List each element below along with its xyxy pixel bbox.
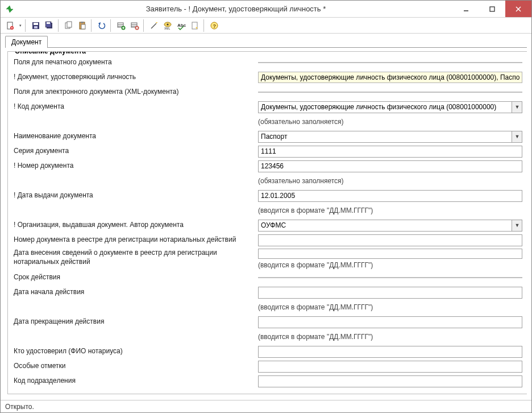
- window-buttons: [453, 1, 531, 17]
- svg-rect-17: [81, 22, 84, 23]
- maximize-button[interactable]: [479, 1, 505, 17]
- separator: [258, 92, 522, 93]
- hint-date-format: (вводится в формате "ДД.ММ.ГГГГ"): [258, 261, 522, 269]
- label-doc-code: ! Код документа: [14, 102, 258, 111]
- svg-marker-0: [6, 6, 13, 13]
- note-button[interactable]: [189, 19, 201, 32]
- notary-input[interactable]: [258, 346, 522, 358]
- status-text: Открыто.: [5, 403, 34, 411]
- save-all-button[interactable]: [43, 19, 56, 32]
- svg-rect-7: [11, 27, 13, 28]
- svg-text:Abc: Abc: [177, 23, 186, 28]
- new-button[interactable]: [4, 19, 16, 32]
- svg-line-32: [151, 23, 156, 28]
- save-button[interactable]: [30, 19, 42, 32]
- dept-code-input[interactable]: [258, 375, 522, 387]
- tab-document[interactable]: Документ: [5, 36, 48, 48]
- label-validity: Срок действия: [14, 273, 258, 282]
- label-date-end: Дата прекращения действия: [14, 317, 258, 327]
- series-input[interactable]: [258, 146, 522, 158]
- svg-point-35: [167, 23, 169, 25]
- doc-code-combo[interactable]: Документы, удостоверяющие личность физич…: [258, 101, 522, 113]
- doc-name-combo[interactable]: Паспорт ▼: [258, 131, 522, 143]
- date-start-input[interactable]: [258, 287, 522, 299]
- issuer-value: ОУФМС: [261, 221, 512, 229]
- doc-name-value: Паспорт: [261, 133, 512, 141]
- identity-doc-readonly: Документы, удостоверяющие личность физич…: [258, 72, 522, 83]
- titlebar: Заявитель - ! Документ, удостоверяющий л…: [1, 1, 531, 18]
- label-marks: Особые отметки: [14, 362, 258, 371]
- label-dept-code: Код подразделения: [14, 377, 258, 386]
- label-issue-date: ! Дата выдачи документа: [14, 191, 258, 200]
- statusbar: Открыто.: [1, 400, 531, 412]
- svg-rect-10: [34, 26, 38, 28]
- window: Заявитель - ! Документ, удостоверяющий л…: [0, 0, 532, 413]
- svg-rect-2: [490, 7, 494, 11]
- issuer-combo[interactable]: ОУФМС ▼: [258, 220, 522, 232]
- label-identity-doc: ! Документ, удостоверяющий личность: [14, 73, 258, 82]
- chevron-down-icon: ▼: [512, 131, 522, 142]
- hint-date-format: (вводится в формате "ДД.ММ.ГГГГ"): [258, 303, 373, 311]
- svg-text:XML: XML: [164, 27, 171, 30]
- toolbar: ▾ XML Abc: [1, 18, 531, 34]
- group-title: Описание документа: [13, 51, 88, 55]
- label-reg-number: Номер документа в реестре для регистраци…: [14, 236, 258, 245]
- chevron-down-icon: ▼: [512, 102, 522, 113]
- svg-text:?: ?: [213, 23, 217, 29]
- svg-rect-9: [34, 23, 38, 25]
- label-number: ! Номер документа: [14, 162, 258, 171]
- copy-button[interactable]: [63, 19, 75, 32]
- hint-mandatory: (обязательно заполняется): [258, 118, 344, 126]
- body: Описание документа Поля для печатного до…: [5, 47, 527, 398]
- minimize-button[interactable]: [453, 1, 479, 17]
- issue-date-input[interactable]: [258, 190, 522, 202]
- new-dropdown[interactable]: ▾: [18, 23, 23, 28]
- label-notary: Кто удостоверил (ФИО нотариуса): [14, 347, 258, 356]
- close-button[interactable]: [505, 1, 531, 17]
- reg-number-input[interactable]: [258, 234, 522, 246]
- hint-date-format: (вводится в формате "ДД.ММ.ГГГГ"): [258, 206, 373, 214]
- marks-input[interactable]: [258, 361, 522, 373]
- doc-code-value: Документы, удостоверяющие личность физич…: [261, 103, 512, 111]
- wand-button[interactable]: [148, 19, 160, 32]
- svg-rect-15: [67, 22, 72, 27]
- reg-date-input[interactable]: [258, 249, 522, 259]
- date-end-input[interactable]: [258, 316, 522, 328]
- xml-preview-button[interactable]: XML: [161, 19, 174, 32]
- hint-mandatory: (обязательно заполняется): [258, 177, 344, 185]
- spellcheck-button[interactable]: Abc: [175, 19, 188, 32]
- separator: [258, 62, 522, 63]
- svg-rect-18: [81, 24, 85, 29]
- window-title: Заявитель - ! Документ, удостоверяющий л…: [19, 5, 453, 13]
- help-button[interactable]: ?: [208, 19, 221, 32]
- hint-date-format: (вводится в формате "ДД.ММ.ГГГГ"): [258, 333, 373, 341]
- chevron-down-icon: ▼: [512, 220, 522, 231]
- remove-row-button[interactable]: [128, 19, 141, 32]
- app-icon: [5, 5, 14, 14]
- separator: [258, 277, 522, 278]
- add-row-button[interactable]: [115, 19, 127, 32]
- label-doc-name: Наименование документа: [14, 132, 258, 141]
- label-date-start: Дата начала действия: [14, 288, 258, 297]
- label-reg-date: Дата внесения сведений о документе в рее…: [14, 249, 258, 266]
- undo-button[interactable]: [95, 19, 108, 32]
- label-issuer: ! Организация, выдавшая документ. Автор …: [14, 221, 258, 230]
- form-area: Описание документа Поля для печатного до…: [5, 48, 527, 398]
- paste-button[interactable]: [76, 19, 89, 32]
- label-xml-fields: Поля для электронного документа (XML-док…: [14, 88, 258, 97]
- tabstrip: Документ: [1, 34, 531, 47]
- svg-rect-13: [47, 22, 50, 24]
- label-series: Серия документа: [14, 147, 258, 156]
- number-input[interactable]: [258, 160, 522, 172]
- label-print-fields: Поля для печатного документа: [14, 58, 258, 67]
- group-doc-description: Описание документа Поля для печатного до…: [7, 51, 527, 394]
